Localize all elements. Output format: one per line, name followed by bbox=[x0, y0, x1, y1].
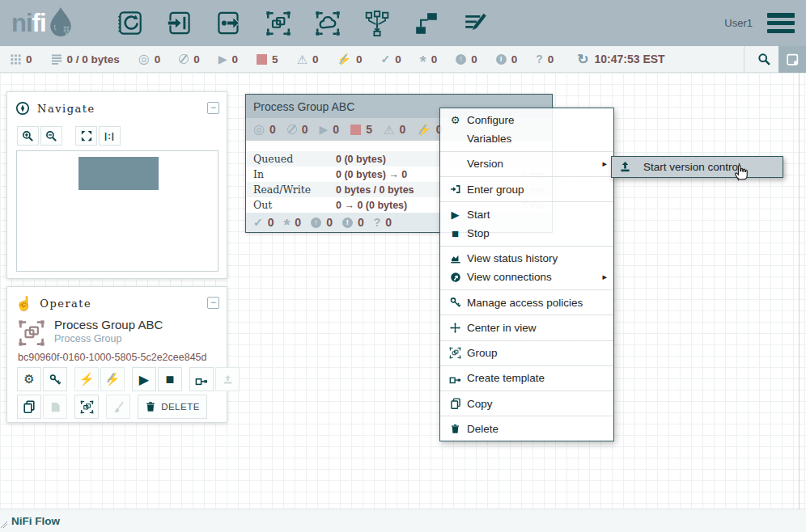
menu-separator bbox=[440, 340, 613, 341]
logo-text-fi: fi bbox=[32, 9, 46, 37]
refresh-icon[interactable]: ↻ bbox=[577, 53, 588, 66]
asterisk-icon: * bbox=[284, 221, 291, 229]
menu-item-enter-group[interactable]: Enter group bbox=[440, 180, 613, 199]
enter-group-icon bbox=[448, 184, 462, 195]
disabled-stat: ⚡ 0 bbox=[337, 53, 363, 65]
logo-text-ni: ni bbox=[11, 9, 32, 37]
check-icon: ✓ bbox=[253, 217, 263, 228]
version-submenu-item-start-version-control[interactable]: Start version control bbox=[611, 156, 783, 178]
menu-item-stop[interactable]: ■ Stop bbox=[440, 224, 613, 243]
search-icon bbox=[757, 53, 771, 66]
panel-toggle-button[interactable] bbox=[778, 46, 806, 73]
running-count: 0 bbox=[232, 53, 239, 65]
nifi-app: nifi User1 0 0 / 0 bytes ◎ 0 bbox=[0, 0, 806, 532]
global-menu-icon[interactable] bbox=[767, 13, 795, 33]
start-button[interactable]: ▶ bbox=[132, 367, 156, 391]
sync-failure-stat: ? 0 bbox=[536, 53, 554, 65]
remote-process-group-icon[interactable] bbox=[303, 0, 352, 46]
context-menu: ⚙ Configure Variables Version ▸ Enter gr… bbox=[439, 108, 614, 441]
pg-invalid: ⚠ 0 bbox=[384, 123, 405, 136]
breadcrumb-bar: NiFi Flow bbox=[0, 509, 806, 532]
bolt-icon: ⚡ bbox=[79, 372, 95, 386]
disable-button[interactable]: ⚡ bbox=[100, 367, 125, 391]
menu-item-version[interactable]: Version ▸ bbox=[440, 154, 613, 173]
menu-separator bbox=[440, 201, 613, 202]
stop-button[interactable]: ■ bbox=[158, 367, 182, 391]
submenu-arrow-icon: ▸ bbox=[602, 272, 607, 282]
actual-size-button[interactable]: |:| bbox=[99, 126, 121, 146]
not-transmitting-count: 0 bbox=[193, 53, 200, 65]
processor-icon[interactable] bbox=[105, 0, 155, 46]
zoom-out-button[interactable] bbox=[40, 126, 62, 146]
copy-button[interactable] bbox=[17, 395, 41, 419]
menu-separator bbox=[440, 151, 613, 152]
upload-template-button[interactable] bbox=[215, 367, 240, 391]
canvas-right-edge bbox=[799, 73, 800, 532]
birdseye-component-rect[interactable] bbox=[78, 157, 159, 190]
zoom-in-button[interactable] bbox=[17, 126, 39, 146]
stopped-count: 5 bbox=[272, 53, 278, 65]
paste-button[interactable] bbox=[43, 395, 67, 419]
operate-collapse-button[interactable]: − bbox=[207, 297, 219, 309]
funnel-icon[interactable] bbox=[352, 0, 401, 46]
menu-item-configure[interactable]: ⚙ Configure bbox=[440, 111, 613, 129]
birdseye-view[interactable] bbox=[16, 150, 218, 272]
last-refreshed-time: 10:47:53 EST bbox=[595, 53, 665, 65]
up-to-date-stat: ✓ 0 bbox=[381, 53, 401, 65]
question-icon: ? bbox=[374, 216, 381, 229]
threads-grid-icon bbox=[11, 54, 21, 65]
input-port-icon[interactable] bbox=[155, 0, 204, 46]
fit-button[interactable] bbox=[75, 126, 97, 146]
menu-separator bbox=[440, 391, 613, 391]
menu-item-center-in-view[interactable]: Center in view bbox=[440, 319, 613, 337]
menu-item-copy[interactable]: Copy bbox=[440, 395, 613, 413]
group-icon bbox=[448, 347, 462, 359]
disabled-bolt-icon: ⚡ bbox=[337, 53, 351, 65]
compass-icon bbox=[15, 101, 30, 116]
menu-item-variables[interactable]: Variables bbox=[440, 129, 613, 148]
menu-separator bbox=[440, 416, 613, 416]
running-icon: ▶ bbox=[320, 124, 329, 135]
not-transmitting-stat: 0 bbox=[179, 53, 200, 65]
navigate-palette: Navigate − |:| bbox=[6, 91, 227, 279]
pg-not-transmitting: 0 bbox=[287, 123, 308, 136]
menu-item-delete[interactable]: Delete bbox=[440, 420, 613, 438]
pg-stale: ↑ 0 bbox=[311, 216, 333, 229]
menu-item-create-template[interactable]: Create template bbox=[440, 369, 613, 387]
output-port-icon[interactable] bbox=[204, 0, 253, 46]
pg-stopped: 5 bbox=[350, 123, 372, 136]
group-button[interactable] bbox=[74, 395, 99, 419]
navigate-collapse-button[interactable]: − bbox=[207, 102, 219, 114]
access-policies-button[interactable] bbox=[43, 367, 67, 391]
stopped-icon bbox=[257, 54, 267, 65]
configuration-button[interactable]: ⚙ bbox=[17, 367, 41, 391]
delete-button[interactable]: DELETE bbox=[138, 395, 207, 419]
gear-icon: ⚙ bbox=[23, 372, 34, 386]
template-icon[interactable] bbox=[401, 0, 451, 46]
create-template-button[interactable] bbox=[189, 367, 214, 391]
sync-failure-count: 0 bbox=[548, 53, 554, 65]
menu-item-view-status-history[interactable]: View status history bbox=[440, 249, 613, 268]
create-template-icon bbox=[448, 372, 462, 384]
upload-icon bbox=[222, 374, 234, 386]
disabled-count: 0 bbox=[356, 53, 363, 65]
locally-modified-stale-stat: ! 0 bbox=[496, 53, 518, 65]
warning-icon: ⚠ bbox=[384, 124, 394, 136]
fill-color-button[interactable] bbox=[106, 395, 130, 419]
pg-running: ▶ 0 bbox=[320, 123, 340, 136]
process-group-icon bbox=[17, 319, 46, 350]
question-icon: ? bbox=[536, 53, 543, 65]
status-history-icon bbox=[448, 253, 462, 264]
process-group-icon[interactable] bbox=[253, 0, 303, 46]
upload-icon bbox=[618, 161, 632, 173]
enable-button[interactable]: ⚡ bbox=[74, 367, 99, 391]
menu-item-view-connections[interactable]: View connections ▸ bbox=[440, 268, 613, 286]
breadcrumb-root[interactable]: NiFi Flow bbox=[11, 515, 60, 527]
status-bar: 0 0 / 0 bytes ◎ 0 0 ▶ 0 5 ⚠ 0 ⚡ 0 bbox=[0, 46, 806, 73]
label-icon[interactable] bbox=[451, 0, 500, 46]
selected-component-type: Process Group bbox=[54, 333, 163, 344]
menu-item-start[interactable]: ▶ Start bbox=[440, 205, 613, 224]
search-button[interactable] bbox=[749, 46, 778, 73]
menu-item-group[interactable]: Group bbox=[440, 344, 613, 362]
menu-item-manage-access-policies[interactable]: Manage access policies bbox=[440, 293, 613, 312]
